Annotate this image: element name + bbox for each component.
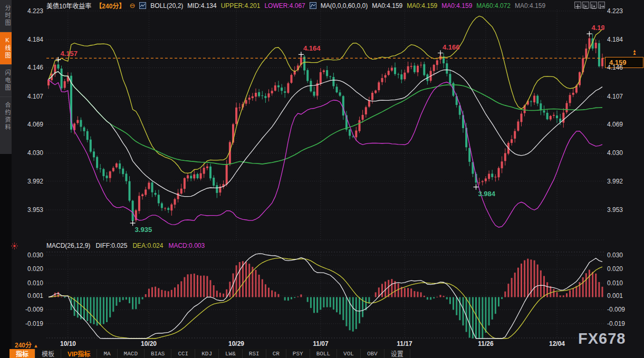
toolbar-item-6[interactable]: BIAS [145, 349, 171, 358]
price-axis-label-left: 3.953 [17, 206, 43, 214]
toolbar-item-1[interactable]: 指标 [9, 349, 35, 358]
boll-upper-value: UPPER:4.201 [221, 2, 261, 9]
ma-label: MA(0,0,0,60,0,0) [321, 2, 368, 9]
sidebar-tab-4[interactable]: 合约资料 [0, 96, 12, 136]
compress-xaxis-icon[interactable] [582, 2, 589, 8]
price-axis-label-right: 4.146 [607, 64, 639, 71]
svg-text:4.164: 4.164 [303, 44, 321, 52]
macd-axis-label-left: -0.009 [17, 306, 43, 313]
macd-axis-label-right: -0.019 [607, 320, 639, 327]
price-axis-label-right: 4.069 [607, 121, 639, 128]
price-axis-label-right: 4.107 [607, 93, 639, 100]
price-axis-label-left: 4.069 [17, 121, 43, 128]
toolbar-item-11[interactable]: CR [266, 349, 286, 358]
collapse-legend-icon[interactable]: ⊖ [129, 2, 135, 9]
svg-text:4.166: 4.166 [443, 43, 460, 51]
macd-macd-value: MACD:0.003 [168, 242, 205, 249]
price-axis-label-right: 4.223 [607, 7, 639, 15]
legend-bar: 美债10年收益率 【240分】 ⊖ BOLL(20,2) MID:4.134 U… [46, 2, 545, 9]
x-axis-date-5: 11/17 [392, 340, 417, 347]
svg-text:4.192: 4.192 [591, 24, 604, 32]
macd-diff-value: DIFF:0.025 [95, 242, 127, 249]
toolbar-item-7[interactable]: CCI [171, 349, 195, 358]
svg-text:3.935: 3.935 [135, 226, 152, 234]
x-axis-date-1: 10/10 [55, 340, 81, 347]
macd-legend-bar: MACD(26,12,9) DIFF:0.025 DEA:0.024 MACD:… [46, 242, 205, 249]
toolbar-item-3[interactable]: VIP指标 [61, 349, 97, 358]
x-axis-date-7: 12/04 [544, 340, 570, 347]
toolbar-item-14[interactable]: VOL [337, 349, 361, 358]
timeframe-up-arrow-icon: ▲ [33, 343, 38, 349]
toolbar-item-4[interactable]: MA [97, 349, 117, 358]
price-axis-label-right: 4.184 [607, 36, 639, 43]
boll-indicator-icon[interactable] [139, 2, 146, 9]
macd-axis-label-right: 0.001 [607, 292, 639, 299]
toolbar-item-13[interactable]: BOLL [310, 349, 337, 358]
toolbar-item-9[interactable]: LW& [219, 349, 243, 358]
sidebar-tab-3[interactable]: 闪电图 [0, 64, 12, 96]
ma60-value: MA60:4.072 [476, 2, 511, 9]
macd-axis-label-left: -0.019 [17, 320, 43, 327]
toolbar-item-5[interactable]: MACD [118, 349, 145, 358]
price-axis-label-left: 3.992 [17, 178, 43, 185]
macd-axis-label-left: 0.001 [17, 292, 43, 299]
ma-value-3: MA0:4.159 [441, 2, 472, 9]
macd-axis-label-right: 0.030 [607, 251, 639, 259]
macd-indicator-chart[interactable] [46, 251, 604, 340]
ma-value-1: MA0:4.159 [372, 2, 402, 9]
macd-axis-label-left: 0.030 [17, 251, 43, 259]
fx678-watermark: FX678 [578, 330, 626, 347]
go-to-latest-icon[interactable] [598, 2, 605, 8]
price-axis-label-right: 3.992 [607, 178, 639, 185]
price-axis-label-right: 3.953 [607, 206, 639, 214]
price-up-arrows-icon: ▲▲ [632, 50, 637, 55]
ma-indicator-icon[interactable] [310, 2, 316, 9]
toolbar-item-8[interactable]: KDJ [195, 349, 219, 358]
chart-window: 分时图K线图闪电图合约资料 美债10年收益率 【240分】 ⊖ BOLL(20,… [0, 0, 644, 358]
price-axis-label-left: 4.184 [17, 36, 43, 43]
boll-mid-value: MID:4.134 [187, 2, 216, 9]
macd-axis-label-left: 0.010 [17, 279, 43, 287]
toolbar-item-10[interactable]: RSI [243, 349, 266, 358]
x-axis-date-3: 10/29 [224, 340, 249, 347]
period-badge[interactable]: 【240分】 [95, 1, 125, 10]
main-candlestick-chart[interactable]: 4.1573.9354.1644.1663.9844.192 [46, 9, 604, 241]
symbol-title: 美债10年收益率 [46, 1, 91, 10]
svg-text:4.157: 4.157 [60, 50, 78, 57]
macd-axis-label-right: 0.020 [607, 265, 639, 273]
x-axis-date-6: 11/26 [473, 340, 498, 347]
chart-tool-icons [574, 2, 605, 8]
boll-lower-value: LOWER:4.067 [264, 2, 305, 9]
sidebar-tab-2[interactable]: K线图 [0, 32, 12, 64]
macd-axis-label-right: 0.010 [607, 279, 639, 287]
sidebar-tab-1[interactable]: 分时图 [0, 0, 12, 32]
svg-text:3.984: 3.984 [478, 190, 496, 198]
macd-axis-label-left: 0.020 [17, 265, 43, 273]
ma-value-5: MA0:4.159 [515, 2, 545, 9]
x-axis-date-4: 11/07 [308, 340, 333, 347]
macd-params-label: MACD(26,12,9) [46, 242, 90, 249]
macd-axis-label-right: -0.009 [607, 306, 639, 313]
toolbar-item-2[interactable]: 模板 [35, 349, 61, 358]
left-sidebar: 分时图K线图闪电图合约资料 [0, 0, 12, 358]
toolbar-item-15[interactable]: OBV [361, 349, 385, 358]
crosshair-icon[interactable] [574, 2, 581, 8]
price-axis-label-left: 4.146 [17, 64, 43, 71]
price-axis-label-right: 4.030 [607, 149, 639, 157]
timeframe-selector[interactable]: 240分 ▲ [15, 340, 38, 349]
boll-label: BOLL(20,2) [150, 2, 183, 9]
toolbar-item-12[interactable]: PSY [286, 349, 310, 358]
x-axis-date-2: 10/20 [136, 340, 161, 347]
macd-dea-value: DEA:0.024 [132, 242, 163, 249]
indicator-toolbar: 指标模板VIP指标MAMACDBIASCCIKDJLW&RSICRPSYBOLL… [9, 349, 410, 358]
sidebar-tab-strip: 分时图K线图闪电图合约资料 [0, 0, 12, 154]
indicator-alert-icon[interactable] [11, 242, 18, 250]
price-axis-label-left: 4.107 [17, 93, 43, 100]
toolbar-item-16[interactable]: 设置 [385, 349, 410, 358]
expand-xaxis-icon[interactable] [590, 2, 597, 8]
price-axis-label-left: 4.223 [17, 7, 43, 15]
price-axis-label-left: 4.030 [17, 149, 43, 157]
ma-value-2: MA0:4.159 [407, 2, 437, 9]
